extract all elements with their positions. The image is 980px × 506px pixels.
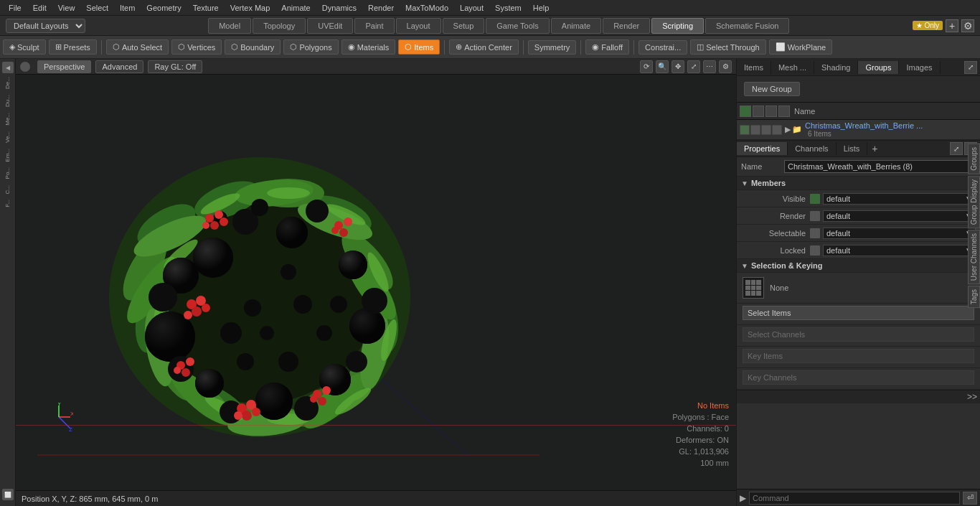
presets-button[interactable]: ⊞ Presets [49,39,97,55]
edge-tab-tags[interactable]: Tags [968,286,980,308]
3d-canvas[interactable]: Z X Y No Items Polygons : Face Channels:… [16,75,736,490]
props-tab-properties[interactable]: Properties [737,142,788,155]
sel-keying-section-header[interactable]: ▼ Selection & Keying [737,259,980,273]
edge-tab-user-channels[interactable]: User Channels [968,230,980,284]
members-section-header[interactable]: ▼ Members [737,177,980,190]
menu-system[interactable]: System [489,2,527,14]
vp-rotate-btn[interactable]: ⟳ [640,60,653,73]
edge-tab-groups[interactable]: Groups [968,144,980,174]
tab-model[interactable]: Model [208,18,251,34]
viewport-menu-btn[interactable] [20,62,30,72]
keying-grid-button[interactable] [743,277,764,299]
sidebar-toggle[interactable]: ◀ [2,62,14,73]
tab-uvedit[interactable]: UVEdit [307,18,353,34]
panel-tab-images[interactable]: Images [899,61,940,74]
vp-settings-btn[interactable]: ⚙ [719,60,732,73]
menu-animate[interactable]: Animate [275,2,316,14]
sculpt-button[interactable]: ◈ Sculpt [3,39,46,55]
tab-scripting[interactable]: Scripting [651,18,704,34]
vertices-button[interactable]: ⬡ Vertices [171,39,222,55]
sidebar-item-em[interactable]: Em... [4,146,11,164]
auto-select-button[interactable]: ⬡ Auto Select [106,39,169,55]
sidebar-item-me[interactable]: Me... [4,111,11,128]
materials-button[interactable]: ◉ Materials [341,39,396,55]
boundary-button[interactable]: ⬡ Boundary [225,39,281,55]
sidebar-item-du[interactable]: Du... [4,93,11,109]
vp-more-btn[interactable]: ⋯ [703,60,716,73]
group-render-toggle[interactable] [750,125,760,135]
props-expand-icon[interactable]: ⤢ [950,142,963,155]
props-tab-add[interactable]: + [867,141,882,156]
tab-render[interactable]: Render [603,18,650,34]
group-expand-arrow[interactable]: ▶ [785,125,791,134]
key-items-button[interactable]: Key Items [743,349,974,363]
panel-tab-shading[interactable]: Shading [814,61,858,74]
menu-geometry[interactable]: Geometry [141,2,187,14]
items-button[interactable]: ⬡ Items [398,39,440,55]
menu-item[interactable]: Item [114,2,141,14]
tab-game-tools[interactable]: Game Tools [486,18,550,34]
vp-fit-btn[interactable]: ⤢ [687,60,700,73]
menu-render[interactable]: Render [362,2,400,14]
props-tab-channels[interactable]: Channels [788,142,836,155]
props-name-input[interactable] [784,160,976,173]
add-layout-button[interactable]: + [946,19,958,32]
select-items-button[interactable]: Select Items [743,306,974,320]
workplane-button[interactable]: ⬜ WorkPlane [769,39,833,55]
group-extra-icon[interactable] [778,106,790,117]
props-tab-lists[interactable]: Lists [837,142,868,155]
sidebar-item-f[interactable]: F... [4,197,11,210]
menu-maxtomodo[interactable]: MaxToModo [400,2,454,14]
vp-tab-perspective[interactable]: Perspective [37,60,91,73]
selectable-dropdown[interactable]: default ▼ [823,228,976,239]
group-visible-icon[interactable] [740,125,750,135]
viewport[interactable]: Perspective Advanced Ray GL: Off ⟳ 🔍 ✥ ⤢… [16,59,736,506]
menu-layout[interactable]: Layout [454,2,489,14]
tab-paint[interactable]: Paint [354,18,394,34]
menu-file[interactable]: File [3,2,27,14]
menu-select[interactable]: Select [80,2,114,14]
polygons-button[interactable]: ⬡ Polygons [283,39,338,55]
tab-topology[interactable]: Topology [253,18,306,34]
menu-texture[interactable]: Texture [187,2,225,14]
group-lock-icon[interactable] [765,106,777,117]
menu-vertex-map[interactable]: Vertex Map [225,2,276,14]
cmd-arrow-icon[interactable]: ▶ [740,493,746,503]
panel-tab-groups[interactable]: Groups [858,61,899,74]
group-row[interactable]: ▶ 📁 Christmas_Wreath_with_Berrie ... 6 I… [737,120,980,140]
sidebar-item-de[interactable]: De... [4,75,11,91]
sidebar-item-ve[interactable]: Ve... [4,129,11,145]
sidebar-item-c[interactable]: C... [4,183,11,196]
locked-dropdown[interactable]: default ▼ [823,245,976,256]
cmd-submit-button[interactable]: ⏎ [963,492,977,505]
vp-zoom-btn[interactable]: 🔍 [656,60,669,73]
command-input[interactable] [749,492,960,505]
vp-pan-btn[interactable]: ✥ [672,60,684,73]
falloff-button[interactable]: ◉ Falloff [585,39,629,55]
constrai-button[interactable]: Constrai... [639,40,687,55]
visible-dropdown[interactable]: default ▼ [823,193,976,205]
sidebar-item-po[interactable]: Po... [4,165,11,181]
group-render-icon[interactable] [753,106,764,117]
sidebar-bottom-icon[interactable]: ⬜ [2,489,14,500]
group-lock-toggle[interactable] [761,125,771,135]
tab-layout[interactable]: Layout [396,18,441,34]
group-eye-icon[interactable] [740,106,751,117]
group-extra-toggle[interactable] [772,125,782,135]
menu-edit[interactable]: Edit [27,2,52,14]
vp-tab-raygl[interactable]: Ray GL: Off [148,60,202,73]
vp-tab-advanced[interactable]: Advanced [95,60,143,73]
symmetry-button[interactable]: Symmetry [528,40,577,55]
action-center-button[interactable]: ⊕ Action Center [449,39,519,55]
layout-dropdown[interactable]: Default Layouts [6,19,85,33]
tab-schematic-fusion[interactable]: Schematic Fusion [705,18,789,34]
select-through-button[interactable]: ◫ Select Through [690,39,765,55]
select-channels-button[interactable]: Select Channels [743,327,974,342]
render-dropdown[interactable]: default ▼ [823,210,976,222]
new-group-button[interactable]: New Group [744,82,800,96]
menu-help[interactable]: Help [527,2,555,14]
tab-setup[interactable]: Setup [443,18,485,34]
menu-dynamics[interactable]: Dynamics [316,2,362,14]
edge-tab-group-display[interactable]: Group Display [968,176,980,228]
panel-expand-icon[interactable]: ⤢ [964,61,977,74]
